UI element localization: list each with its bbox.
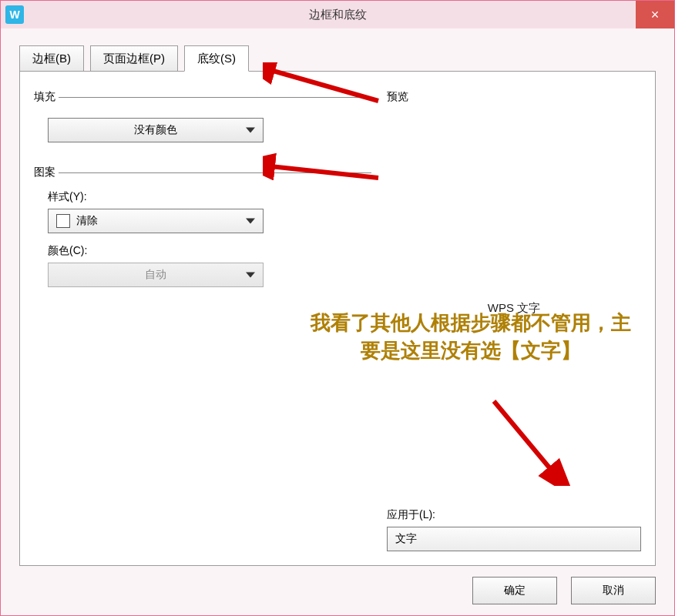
- tab-panel: 填充 没有颜色 图案 样式(Y):: [19, 71, 656, 566]
- ok-button-label: 确定: [504, 584, 526, 598]
- pattern-section-label: 图案: [34, 166, 55, 179]
- apply-block: 应用于(L): 文字: [387, 508, 641, 551]
- apply-to-select[interactable]: 文字: [387, 527, 641, 551]
- apply-to-value: 文字: [395, 532, 417, 546]
- pattern-swatch-icon: [56, 214, 70, 228]
- chevron-down-icon: [246, 219, 255, 224]
- pattern-section-header: 图案: [34, 166, 371, 179]
- tab-shading-label: 底纹(S): [197, 52, 236, 66]
- dialog-buttons: 确定 取消: [472, 577, 656, 604]
- cancel-button-label: 取消: [603, 584, 624, 598]
- tab-border[interactable]: 边框(B): [19, 45, 84, 72]
- tab-page-border-label: 页面边框(P): [103, 52, 165, 66]
- divider-line: [59, 97, 371, 98]
- close-icon: ×: [651, 7, 660, 23]
- color-label: 颜色(C):: [48, 244, 371, 258]
- tab-strip: 边框(B) 页面边框(P) 底纹(S): [1, 28, 674, 72]
- fill-section-header: 填充: [34, 90, 371, 104]
- pattern-style-select[interactable]: 清除: [48, 209, 264, 233]
- chevron-down-icon: [246, 128, 255, 133]
- apply-to-label: 应用于(L):: [387, 508, 641, 522]
- style-label: 样式(Y):: [48, 190, 371, 204]
- close-button[interactable]: ×: [636, 1, 674, 28]
- divider-line: [59, 172, 371, 173]
- fill-section-label: 填充: [34, 90, 55, 104]
- pattern-color-select: 自动: [48, 263, 264, 287]
- tab-border-label: 边框(B): [32, 52, 71, 66]
- tab-shading[interactable]: 底纹(S): [184, 45, 249, 72]
- fill-color-combo[interactable]: 没有颜色: [48, 118, 264, 142]
- ok-button[interactable]: 确定: [472, 577, 557, 604]
- fill-color-value: 没有颜色: [134, 123, 177, 137]
- pattern-color-value: 自动: [145, 268, 166, 282]
- panel-columns: 填充 没有颜色 图案 样式(Y):: [34, 90, 641, 551]
- preview-content: WPS 文字: [488, 301, 540, 316]
- titlebar: W 边框和底纹 ×: [1, 1, 674, 28]
- pattern-style-value: 清除: [76, 214, 98, 228]
- cancel-button[interactable]: 取消: [571, 577, 656, 604]
- app-icon: W: [5, 5, 24, 24]
- chevron-down-icon: [246, 273, 255, 278]
- tab-page-border[interactable]: 页面边框(P): [90, 45, 178, 72]
- app-icon-letter: W: [9, 8, 19, 21]
- dialog-window: W 边框和底纹 × 边框(B) 页面边框(P) 底纹(S) 填充: [0, 0, 675, 616]
- right-column: 预览 WPS 文字 应用于(L): 文字: [387, 90, 641, 551]
- preview-area: WPS 文字: [387, 109, 641, 508]
- left-column: 填充 没有颜色 图案 样式(Y):: [34, 90, 371, 551]
- preview-label: 预览: [387, 90, 641, 104]
- dialog-title: 边框和底纹: [1, 8, 674, 22]
- dialog-client-area: 边框(B) 页面边框(P) 底纹(S) 填充 没有: [1, 28, 674, 615]
